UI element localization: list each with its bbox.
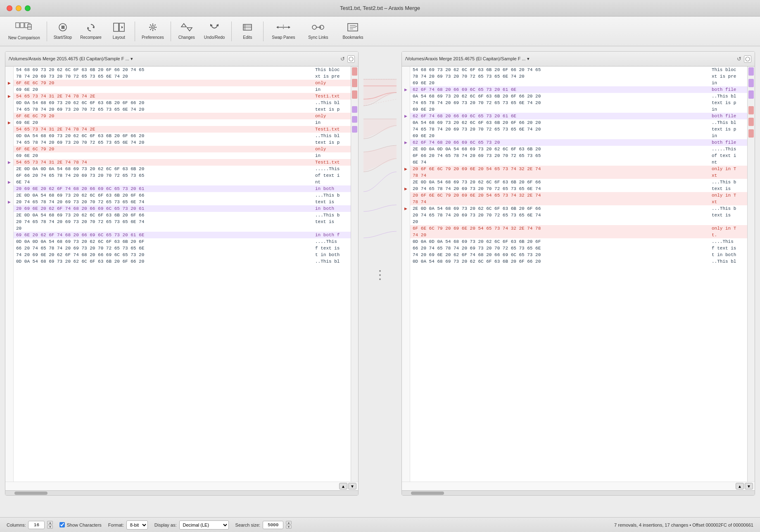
format-select[interactable]: 8-bit xyxy=(126,520,148,530)
right-scrollbar-thumb[interactable] xyxy=(411,492,444,495)
show-characters-label[interactable]: Show Characters xyxy=(59,522,101,527)
recompare-button[interactable]: Recompare xyxy=(77,21,105,41)
left-pane-scroll-nav[interactable] xyxy=(351,66,358,482)
hex-bytes: 74 65 78 74 20 69 73 20 70 72 65 73 65 6… xyxy=(413,100,712,105)
hex-row: 69 6E 20 in xyxy=(14,152,351,159)
hex-text: .....This xyxy=(712,147,745,152)
svg-point-40 xyxy=(320,25,324,29)
hex-row-section: 20 69 6E 20 62 6F 74 68 20 66 69 6C 65 7… xyxy=(14,205,351,212)
hex-text: f text is xyxy=(712,246,745,251)
window-controls xyxy=(7,5,31,11)
hex-bytes: 69 6E 20 xyxy=(16,153,315,158)
hex-bytes-changed: 6F 6E 6C 79 20 xyxy=(16,114,315,119)
hex-text: in xyxy=(315,153,348,158)
gutter-mark xyxy=(402,146,410,166)
svg-marker-16 xyxy=(121,26,123,28)
search-size-increment[interactable]: ▲ xyxy=(286,521,292,525)
hex-text: ..This bl xyxy=(712,120,745,125)
bookmarks-button[interactable]: Bookmarks xyxy=(336,21,369,41)
svg-marker-36 xyxy=(288,26,290,28)
status-summary: 7 removals, 4 insertions, 17 changes • O… xyxy=(614,522,753,527)
svg-marker-13 xyxy=(88,27,89,29)
hex-row: 54 68 69 73 20 62 6C 6F 63 6B 20 6F 66 2… xyxy=(410,66,747,73)
columns-stepper[interactable]: ▲ ▼ xyxy=(47,521,53,529)
hex-bytes-changed: 54 65 73 74 31 2E 74 78 74 xyxy=(16,160,315,165)
undo-redo-button[interactable]: Undo/Redo xyxy=(201,21,228,41)
hex-text: nt xyxy=(712,160,745,165)
show-characters-checkbox[interactable] xyxy=(59,522,65,527)
hex-text: of text i xyxy=(712,153,745,158)
left-pane-content: ▶ ▶ ▶ ▶ ▶ ▶ 54 68 69 73 20 62 6C 6F 63 6… xyxy=(5,66,358,482)
right-pane-nav-arrows: ▲ ▼ xyxy=(402,482,755,490)
minimize-button[interactable] xyxy=(16,5,21,11)
hex-text: text is p xyxy=(315,107,348,112)
svg-marker-28 xyxy=(187,28,192,31)
swap-panes-icon xyxy=(276,23,290,33)
hex-text: in xyxy=(712,133,745,138)
swap-panes-label: Swap Panes xyxy=(272,35,295,40)
right-pane-gutter: ▶ ▶ ▶ ▶ ▶ ▶ xyxy=(402,66,410,482)
hex-bytes: 6E 74 xyxy=(413,160,712,165)
right-hex-content[interactable]: 54 68 69 73 20 62 6C 6F 63 6B 20 6F 66 2… xyxy=(410,66,747,482)
hex-bytes-section: 62 6F 74 68 20 66 69 6C 65 73 20 xyxy=(413,140,712,145)
hex-bytes: 20 74 65 78 74 20 69 73 20 70 72 65 73 6… xyxy=(16,219,315,224)
hex-bytes: 20 74 65 78 74 20 69 73 20 70 72 65 73 6… xyxy=(413,213,712,218)
toolbar-separator-5 xyxy=(263,21,264,41)
svg-line-26 xyxy=(150,29,151,30)
left-pane-sync-button[interactable] xyxy=(347,55,355,63)
hex-row: 0A 54 68 69 73 20 62 6C 6F 63 6B 20 6F 6… xyxy=(410,93,747,100)
hex-bytes-changed: 78 74 xyxy=(413,200,712,204)
gutter-mark: ▶ xyxy=(402,139,410,146)
left-pane-reload-icon[interactable]: ↺ xyxy=(340,56,345,62)
hex-row: 69 6E 20 in xyxy=(410,106,747,113)
hex-text-changed: only xyxy=(315,147,348,152)
right-next-change-button[interactable]: ▼ xyxy=(745,483,753,489)
close-button[interactable] xyxy=(7,5,12,11)
right-pane-scrollbar-h[interactable] xyxy=(402,490,755,495)
hex-text-changed: only xyxy=(315,81,348,86)
right-pane-path: /Volumes/Araxis Merge 2015.4675 (El Capi… xyxy=(405,56,734,62)
new-comparison-button[interactable]: New Comparison xyxy=(5,21,43,42)
hex-text: f text is xyxy=(315,246,348,251)
columns-increment[interactable]: ▲ xyxy=(47,521,53,525)
left-hex-content[interactable]: 54 68 69 73 20 62 6C 6F 63 6B 20 6F 66 2… xyxy=(14,66,351,482)
right-pane-reload-icon[interactable]: ↺ xyxy=(737,56,741,62)
swap-panes-button[interactable]: Swap Panes xyxy=(267,21,300,41)
right-pane-scroll-nav[interactable] xyxy=(747,66,755,482)
hex-row-changed: 6F 6E 6C 79 20 only xyxy=(14,146,351,152)
left-scrollbar-thumb[interactable] xyxy=(14,492,48,495)
next-change-button[interactable]: ▼ xyxy=(348,483,356,489)
hex-row: 74 65 78 74 20 69 73 20 70 72 65 73 65 6… xyxy=(14,106,351,113)
prev-change-button[interactable]: ▲ xyxy=(339,483,347,489)
columns-decrement[interactable]: ▼ xyxy=(47,525,53,529)
start-stop-button[interactable]: Start/Stop xyxy=(50,21,75,41)
layout-icon xyxy=(113,23,125,33)
right-pane-sync-button[interactable] xyxy=(744,55,751,63)
gutter-mark: ▶ xyxy=(5,159,13,166)
changes-button[interactable]: Changes xyxy=(174,21,199,41)
edits-button[interactable]: Edits xyxy=(235,21,260,41)
hex-bytes-changed: 54 65 73 74 31 2E 74 78 74 2E xyxy=(16,94,315,99)
gutter-mark: ▶ xyxy=(402,113,410,119)
search-size-input[interactable] xyxy=(263,521,283,529)
search-size-decrement[interactable]: ▼ xyxy=(286,525,292,529)
preferences-button[interactable]: Preferences xyxy=(138,21,167,41)
sync-links-button[interactable]: Sync Links xyxy=(302,21,335,41)
display-as-select[interactable]: Decimal (LE) xyxy=(179,520,229,530)
hex-row: 20 74 65 78 74 20 69 73 20 70 72 65 73 6… xyxy=(14,218,351,225)
scroll-nav-spacer xyxy=(748,100,754,106)
hex-bytes-section: 20 69 6E 20 62 6F 74 68 20 66 69 6C 65 7… xyxy=(16,186,315,191)
gutter-mark xyxy=(5,86,13,93)
hex-row: 74 65 78 74 20 69 73 20 70 72 65 73 65 6… xyxy=(410,100,747,106)
layout-button[interactable]: Layout xyxy=(107,21,131,41)
display-as-label: Display as: xyxy=(154,522,177,527)
gutter-mark xyxy=(402,192,410,205)
hex-row-changed: 6F 6E 6C 79 20 69 6E 20 54 65 73 74 32 2… xyxy=(410,225,747,232)
hex-row: 0D 0A 54 68 69 73 20 62 6C 6F 63 6B 20 6… xyxy=(14,100,351,106)
search-size-stepper[interactable]: ▲ ▼ xyxy=(286,521,292,529)
maximize-button[interactable] xyxy=(25,5,31,11)
left-pane-scrollbar-h[interactable] xyxy=(5,490,358,495)
hex-bytes-changed: 54 65 73 74 31 2E 74 78 74 2E xyxy=(16,127,315,132)
columns-input[interactable] xyxy=(28,521,45,529)
right-prev-change-button[interactable]: ▲ xyxy=(736,483,744,489)
